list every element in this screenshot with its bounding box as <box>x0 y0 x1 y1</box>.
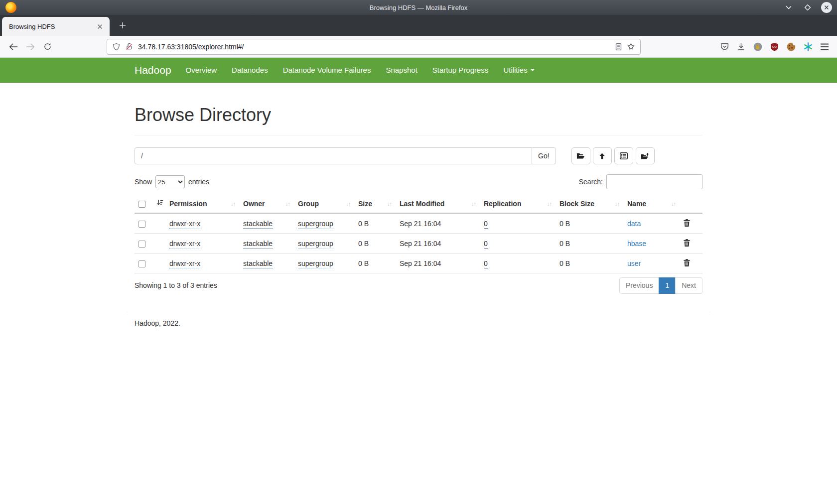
permission-cell: drwxr-xr-x <box>165 213 239 234</box>
table-row: drwxr-xr-xstackablesupergroup0 BSep 21 1… <box>135 253 702 273</box>
last-modified-cell: Sep 21 16:04 <box>396 253 480 273</box>
sort-icon: ↓↑ <box>547 201 552 207</box>
delete-button[interactable] <box>684 239 690 247</box>
replication-cell: 0 <box>480 253 556 273</box>
trash-icon <box>684 239 690 247</box>
name-cell: user <box>623 253 680 273</box>
trash-cell <box>680 253 702 273</box>
directory-link[interactable]: data <box>627 220 641 228</box>
navbar-brand[interactable]: Hadoop <box>135 64 171 76</box>
chevron-down-icon <box>531 69 535 71</box>
extension-asterisk-icon[interactable] <box>803 42 813 52</box>
tab-title: Browsing HDFS <box>9 23 95 30</box>
pocket-icon[interactable] <box>720 42 729 51</box>
folder-upload-button[interactable] <box>636 147 655 164</box>
row-checkbox[interactable] <box>139 221 145 228</box>
group-cell: supergroup <box>294 213 354 234</box>
extension-lock-icon[interactable] <box>753 42 763 52</box>
bookmark-star-icon[interactable] <box>627 42 635 51</box>
sort-icon: ↓↑ <box>231 201 235 207</box>
minimize-icon[interactable] <box>783 2 794 13</box>
broken-lock-icon[interactable] <box>125 42 134 51</box>
nav-link-startup-progress[interactable]: Startup Progress <box>425 66 496 74</box>
page-1-button[interactable]: 1 <box>659 277 676 294</box>
url-bar[interactable]: 34.78.17.63:31805/explorer.html#/ <box>107 39 641 55</box>
menu-icon[interactable] <box>820 43 829 50</box>
close-icon[interactable] <box>821 2 832 13</box>
nav-dropdown-utilities[interactable]: Utilities <box>496 66 542 74</box>
shield-icon[interactable] <box>112 42 121 51</box>
upload-icon <box>598 152 606 160</box>
maximize-icon[interactable] <box>802 2 813 13</box>
sorted-column-header[interactable] <box>152 195 165 213</box>
reload-icon[interactable] <box>39 38 56 55</box>
replication-cell: 0 <box>480 234 556 253</box>
block-size-cell: 0 B <box>556 253 623 273</box>
delete-button[interactable] <box>684 259 690 266</box>
upload-button[interactable] <box>593 147 612 164</box>
page-size-select[interactable]: 25 <box>155 175 185 188</box>
search-input[interactable] <box>606 174 702 189</box>
checkbox-cell <box>135 234 152 253</box>
delete-button[interactable] <box>684 219 690 227</box>
sort-icon: ↓↑ <box>285 201 290 207</box>
trash-cell <box>680 213 702 234</box>
nav-link-overview[interactable]: Overview <box>178 66 225 74</box>
new-tab-button[interactable] <box>115 17 131 34</box>
browser-tab[interactable]: Browsing HDFS <box>2 17 110 36</box>
svg-text:UO: UO <box>772 45 777 48</box>
window-titlebar: Browsing HDFS — Mozilla Firefox <box>0 0 837 15</box>
tab-strip: Browsing HDFS <box>0 15 837 36</box>
entries-summary: Showing 1 to 3 of 3 entries <box>135 281 217 289</box>
extension-cookie-icon[interactable] <box>786 42 796 52</box>
name-cell: data <box>623 213 680 234</box>
nav-link-snapshot[interactable]: Snapshot <box>378 66 424 74</box>
back-icon[interactable] <box>5 38 22 55</box>
close-tab-icon[interactable] <box>95 22 105 31</box>
nav-link-datanodes[interactable]: Datanodes <box>224 66 276 74</box>
url-text: 34.78.17.63:31805/explorer.html#/ <box>138 43 610 51</box>
next-page-button[interactable]: Next <box>675 277 702 294</box>
last-modified-cell: Sep 21 16:04 <box>396 213 480 234</box>
go-button[interactable]: Go! <box>532 147 556 164</box>
list-alt-button[interactable] <box>614 147 633 164</box>
sort-icon: ↓↑ <box>671 201 676 207</box>
block-size-cell: 0 B <box>556 234 623 253</box>
extension-shield-icon[interactable]: UO <box>770 42 779 52</box>
directory-path-input[interactable] <box>135 147 532 164</box>
column-header-group[interactable]: Group↓↑ <box>294 195 354 213</box>
previous-page-button[interactable]: Previous <box>619 277 659 294</box>
column-header-size[interactable]: Size↓↑ <box>354 195 396 213</box>
navbar-links: OverviewDatanodesDatanode Volume Failure… <box>178 58 496 82</box>
column-header-block-size[interactable]: Block Size↓↑ <box>556 195 623 213</box>
forward-icon[interactable] <box>22 38 39 55</box>
table-row: drwxr-xr-xstackablesupergroup0 BSep 21 1… <box>135 213 702 234</box>
table-row: drwxr-xr-xstackablesupergroup0 BSep 21 1… <box>135 234 702 253</box>
column-header-permission[interactable]: Permission↓↑ <box>165 195 239 213</box>
header-trash-cell <box>680 195 702 213</box>
heading-divider <box>135 135 702 135</box>
folder-open-icon <box>576 152 585 159</box>
folder-open-button[interactable] <box>571 147 590 164</box>
directory-link[interactable]: hbase <box>627 240 646 248</box>
row-checkbox[interactable] <box>139 260 145 267</box>
permission-cell: drwxr-xr-x <box>165 253 239 273</box>
download-icon[interactable] <box>736 42 746 51</box>
sort-icon: ↓↑ <box>346 201 350 207</box>
column-header-replication[interactable]: Replication↓↑ <box>480 195 556 213</box>
nav-link-datanode-volume-failures[interactable]: Datanode Volume Failures <box>276 66 379 74</box>
column-header-last-modified[interactable]: Last Modified↓↑ <box>396 195 480 213</box>
pagination: Previous 1 Next <box>619 277 702 294</box>
select-all-checkbox[interactable] <box>139 201 145 208</box>
column-header-owner[interactable]: Owner↓↑ <box>239 195 294 213</box>
replication-cell: 0 <box>480 213 556 234</box>
spacer-cell <box>152 234 165 253</box>
column-header-name[interactable]: Name↓↑ <box>623 195 680 213</box>
block-size-cell: 0 B <box>556 213 623 234</box>
spacer-cell <box>152 213 165 234</box>
directory-link[interactable]: user <box>627 259 641 267</box>
toolbar-right-icons: UO <box>720 42 832 52</box>
row-checkbox[interactable] <box>139 241 145 248</box>
reader-view-icon[interactable] <box>615 43 622 51</box>
checkbox-cell <box>135 213 152 234</box>
